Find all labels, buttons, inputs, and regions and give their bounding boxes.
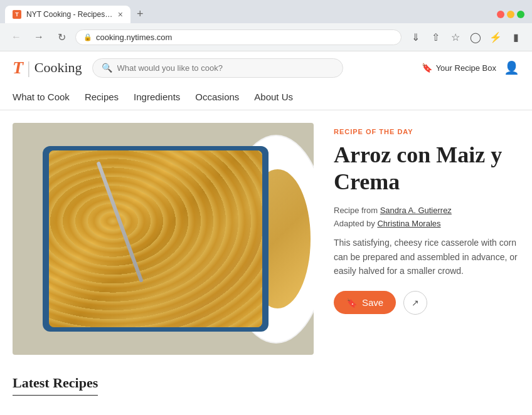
recipe-title: Arroz con Maiz y Crema <box>334 142 519 196</box>
browser-chrome: T NYT Cooking - Recipes and Coo... × + ←… <box>0 0 532 51</box>
recipe-from-prefix: Recipe from <box>334 206 378 215</box>
lock-icon: 🔒 <box>83 33 92 41</box>
recipe-box-bookmark-icon: 🔖 <box>422 63 432 73</box>
address-bar: ← → ↻ 🔒 cooking.nytimes.com ⇓ ⇧ ☆ ◯ ⚡ ▮ <box>0 23 532 51</box>
forward-button[interactable]: → <box>30 28 48 46</box>
recipe-description: This satisfying, cheesy rice casserole w… <box>334 236 519 278</box>
save-label: Save <box>362 297 383 308</box>
site-header: T | Cooking 🔍 🔖 Your Recipe Box 👤 What t… <box>0 51 532 110</box>
tab-title: NYT Cooking - Recipes and Coo... <box>26 10 113 19</box>
active-tab[interactable]: T NYT Cooking - Recipes and Coo... × <box>5 6 130 23</box>
nav-item-about-us[interactable]: About Us <box>254 89 293 105</box>
tab-favicon: T <box>13 10 21 19</box>
recipe-from-attribution: Recipe from Sandra A. Gutierrez <box>334 206 519 215</box>
nav-item-ingredients[interactable]: Ingredients <box>134 89 180 105</box>
share-icon[interactable]: ⇧ <box>427 28 444 46</box>
window-maximize-button[interactable] <box>517 11 524 18</box>
nav-item-recipes[interactable]: Recipes <box>85 89 119 105</box>
new-tab-button[interactable]: + <box>132 5 149 23</box>
tab-bar: T NYT Cooking - Recipes and Coo... × + <box>0 0 532 23</box>
toolbar-icons: ⇓ ⇧ ☆ ◯ ⚡ ▮ <box>407 28 524 46</box>
share-button[interactable]: ↗ <box>403 291 427 315</box>
share-icon: ↗ <box>412 298 419 308</box>
recipe-adapted-prefix: Adapted by <box>334 219 375 228</box>
recipe-adapted-attribution: Adapted by Christina Morales <box>334 219 519 228</box>
latest-recipes-section: Latest Recipes <box>13 375 519 396</box>
recipe-info: RECIPE OF THE DAY Arroz con Maiz y Crema… <box>334 123 519 315</box>
casserole-visual <box>13 123 314 355</box>
window-minimize-button[interactable] <box>507 11 514 18</box>
extensions-icon[interactable]: ⚡ <box>487 28 504 46</box>
recipe-actions: 🔖 Save ↗ <box>334 291 519 315</box>
sidebar-icon[interactable]: ▮ <box>507 28 524 46</box>
header-right: 🔖 Your Recipe Box 👤 <box>422 60 519 75</box>
search-input[interactable] <box>117 63 334 73</box>
recipe-box-label: Your Recipe Box <box>436 63 496 73</box>
save-button[interactable]: 🔖 Save <box>334 291 396 314</box>
recipe-box-button[interactable]: 🔖 Your Recipe Box <box>422 63 496 73</box>
user-icon[interactable]: 👤 <box>504 60 519 75</box>
logo-divider: | <box>27 58 31 78</box>
site-logo[interactable]: T | Cooking <box>13 58 82 78</box>
recipe-hero-image <box>13 123 314 355</box>
site-nav: What to Cook Recipes Ingredients Occasio… <box>13 84 519 110</box>
search-icon: 🔍 <box>102 63 112 73</box>
downloads-icon[interactable]: ⇓ <box>407 28 424 46</box>
bookmark-icon[interactable]: ☆ <box>447 28 464 46</box>
reload-button[interactable]: ↻ <box>53 28 70 46</box>
latest-recipes-title: Latest Recipes <box>13 375 98 396</box>
nyt-t-logo: T <box>13 58 23 78</box>
recipe-of-day-badge: RECIPE OF THE DAY <box>334 128 519 135</box>
profile-icon[interactable]: ◯ <box>467 28 484 46</box>
save-bookmark-icon: 🔖 <box>346 298 357 308</box>
window-controls <box>497 11 527 18</box>
recipe-author-link[interactable]: Sandra A. Gutierrez <box>380 206 452 215</box>
logo-cooking: Cooking <box>35 60 82 76</box>
url-text: cooking.nytimes.com <box>96 33 172 42</box>
window-close-button[interactable] <box>497 11 504 18</box>
casserole-cheese-topping <box>49 150 263 327</box>
hero-section: RECIPE OF THE DAY Arroz con Maiz y Crema… <box>13 123 519 355</box>
site-top: T | Cooking 🔍 🔖 Your Recipe Box 👤 <box>13 51 519 84</box>
nav-item-what-to-cook[interactable]: What to Cook <box>13 89 70 105</box>
nav-item-occasions[interactable]: Occasions <box>195 89 239 105</box>
back-button[interactable]: ← <box>8 28 25 46</box>
recipe-adapter-link[interactable]: Christina Morales <box>377 219 440 228</box>
main-content: RECIPE OF THE DAY Arroz con Maiz y Crema… <box>0 110 532 408</box>
search-bar[interactable]: 🔍 <box>92 58 343 78</box>
address-field[interactable]: 🔒 cooking.nytimes.com <box>75 29 402 45</box>
tab-close-button[interactable]: × <box>118 9 123 19</box>
